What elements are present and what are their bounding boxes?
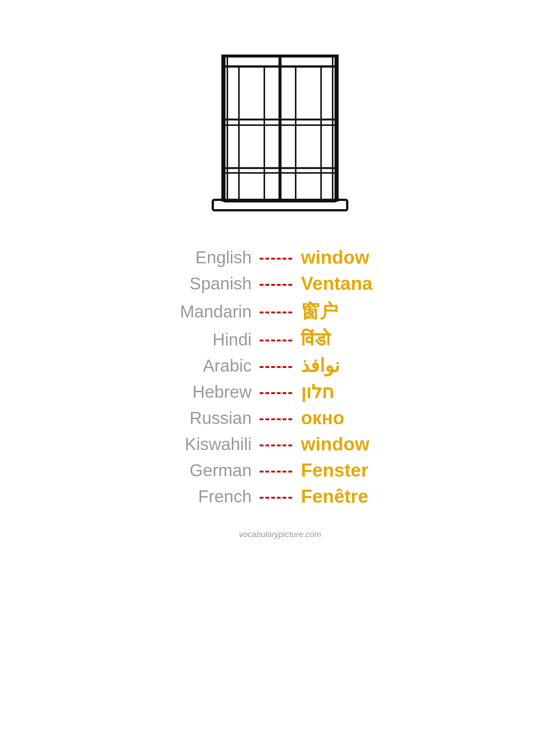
dash-separator: ------ (258, 357, 295, 374)
vocab-row: Kiswahili------window (175, 433, 385, 455)
language-label: Russian (175, 408, 258, 428)
language-label: Hindi (175, 329, 258, 350)
vocab-section: English------windowSpanish------VentanaM… (175, 247, 385, 507)
language-label: Hebrew (175, 382, 258, 402)
vocab-row: French------Fenêtre (175, 486, 385, 507)
vocab-row: Hindi------विंडो (175, 328, 385, 350)
translation-text: window (295, 433, 370, 455)
translation-text: نوافذ (295, 355, 370, 376)
dash-separator: ------ (258, 436, 295, 453)
footer-url: vocabularypicture.com (239, 530, 321, 539)
window-svg (202, 30, 358, 217)
vocab-row: German------Fenster (175, 459, 385, 481)
translation-text: विंडो (295, 328, 370, 350)
translation-text: Fenster (295, 459, 370, 481)
vocab-row: Mandarin------窗户 (175, 299, 385, 324)
language-label: German (175, 460, 258, 480)
dash-separator: ------ (258, 384, 295, 400)
language-label: French (175, 486, 258, 506)
translation-text: window (295, 247, 370, 268)
translation-text: Fenêtre (295, 486, 370, 507)
vocab-row: Hebrew------חלון (175, 381, 385, 403)
language-label: Kiswahili (175, 434, 258, 454)
language-label: English (175, 247, 258, 267)
dash-separator: ------ (258, 462, 295, 479)
language-label: Spanish (175, 273, 258, 294)
dash-separator: ------ (258, 303, 295, 320)
language-label: Mandarin (175, 301, 258, 322)
dash-separator: ------ (258, 331, 295, 348)
dash-separator: ------ (258, 410, 295, 427)
translation-text: חלון (295, 381, 370, 403)
vocab-row: Russian------окно (175, 407, 385, 429)
translation-text: Ventana (295, 273, 373, 294)
dash-separator: ------ (258, 275, 295, 292)
window-illustration (202, 30, 358, 217)
vocab-row: English------window (175, 247, 385, 268)
translation-text: окно (295, 407, 370, 429)
language-label: Arabic (175, 356, 258, 376)
dash-separator: ------ (258, 249, 295, 266)
vocab-row: Spanish------Ventana (175, 273, 385, 294)
dash-separator: ------ (258, 488, 295, 505)
vocab-row: Arabic------نوافذ (175, 355, 385, 376)
translation-text: 窗户 (295, 299, 370, 324)
